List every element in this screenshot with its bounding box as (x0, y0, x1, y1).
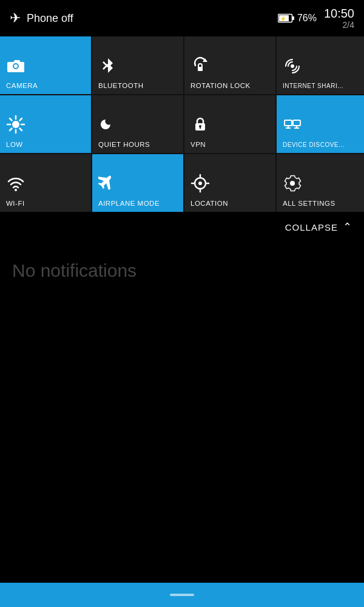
brightness-icon (6, 115, 25, 138)
phone-status-label: Phone off (27, 12, 73, 25)
tile-all-settings[interactable]: ALL SETTINGS (277, 154, 364, 212)
internet-sharing-icon (283, 56, 302, 80)
svg-line-15 (20, 129, 22, 131)
tile-airplane-mode-label: AIRPLANE MODE (98, 200, 160, 207)
location-icon (190, 174, 210, 197)
vpn-icon (190, 115, 210, 138)
tile-device-discovery[interactable]: DEVICE DISCOVE... (277, 95, 364, 153)
svg-point-34 (290, 181, 295, 186)
bottom-bar (0, 583, 364, 607)
tile-bluetooth[interactable]: BLUETOOTH (92, 36, 183, 94)
tile-wifi[interactable]: WI-FI (0, 154, 91, 212)
svg-rect-2 (292, 16, 294, 20)
tile-quiet-hours[interactable]: QUIET HOURS (92, 95, 183, 153)
svg-point-29 (198, 181, 202, 185)
svg-point-8 (291, 64, 294, 68)
battery-block: ⚡ 76% (278, 13, 317, 24)
tile-vpn[interactable]: VPN (184, 95, 275, 153)
bluetooth-icon (98, 56, 118, 80)
status-left: ✈ Phone off (10, 10, 73, 26)
camera-icon (6, 56, 25, 80)
battery-percent: 76% (297, 13, 317, 24)
rotation-lock-icon (190, 56, 210, 80)
tile-airplane-mode[interactable]: AIRPLANE MODE (92, 154, 183, 212)
tile-internet-sharing[interactable]: INTERNET SHARI... (277, 36, 364, 94)
collapse-label: COLLAPSE (285, 222, 338, 232)
status-right: ⚡ 76% 10:50 2/4 (278, 7, 354, 30)
airplane-mode-icon (98, 174, 118, 197)
battery-icon: ⚡ (278, 13, 295, 24)
notifications-area: No notifications (0, 242, 364, 299)
tile-device-discovery-label: DEVICE DISCOVE... (283, 141, 345, 148)
tile-wifi-label: WI-FI (6, 200, 25, 207)
collapse-bar[interactable]: COLLAPSE ⌃ (0, 212, 364, 242)
airplane-mode-status-icon: ✈ (10, 10, 21, 26)
svg-line-17 (10, 129, 12, 131)
tile-low-label: LOW (6, 141, 23, 148)
tile-internet-sharing-label: INTERNET SHARI... (283, 83, 343, 89)
svg-rect-7 (198, 67, 203, 71)
tile-quiet-hours-label: QUIET HOURS (98, 141, 150, 148)
tile-location[interactable]: LOCATION (184, 154, 275, 212)
page-indicator: 2/4 (324, 20, 354, 30)
svg-point-27 (15, 189, 17, 191)
status-bar: ✈ Phone off ⚡ 76% 10:50 2/4 (0, 0, 364, 36)
svg-rect-20 (200, 127, 201, 129)
tile-camera[interactable]: CAMERA (0, 36, 91, 94)
tile-rotation-lock[interactable]: ROTATION LOCK (184, 36, 275, 94)
svg-rect-21 (285, 120, 292, 126)
tile-location-label: LOCATION (190, 200, 228, 207)
tile-bluetooth-label: BLUETOOTH (98, 82, 144, 89)
quick-settings-grid: CAMERA BLUETOOTH ROTATION LOCK (0, 36, 364, 212)
tile-camera-label: CAMERA (6, 82, 38, 89)
device-discovery-icon (283, 115, 302, 139)
collapse-chevron-icon: ⌃ (343, 220, 352, 234)
tile-vpn-label: VPN (190, 141, 206, 148)
home-indicator[interactable] (170, 594, 194, 596)
settings-icon (283, 174, 302, 197)
svg-point-9 (12, 121, 19, 128)
svg-line-16 (20, 118, 22, 121)
tile-rotation-lock-label: ROTATION LOCK (190, 82, 251, 89)
svg-line-14 (10, 118, 12, 121)
no-notifications-text: No notifications (12, 260, 136, 280)
time-block: 10:50 2/4 (324, 7, 354, 30)
svg-text:⚡: ⚡ (280, 15, 287, 22)
svg-rect-22 (293, 120, 300, 126)
svg-point-5 (14, 64, 18, 68)
quiet-hours-icon (98, 115, 118, 138)
time-display: 10:50 (324, 7, 354, 20)
tile-low[interactable]: LOW (0, 95, 91, 153)
wifi-icon (6, 174, 25, 197)
tile-all-settings-label: ALL SETTINGS (283, 200, 335, 207)
